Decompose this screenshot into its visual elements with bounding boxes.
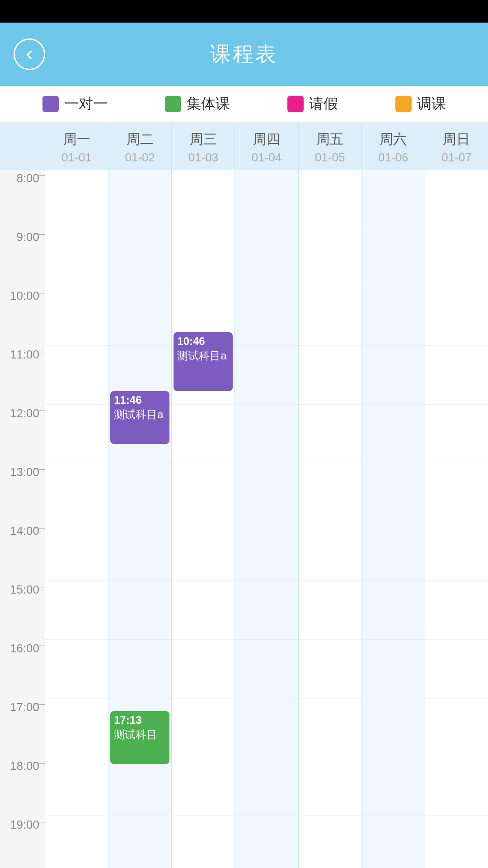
event-name-evt2: 测试科目a [114,407,166,422]
legend-label-reschedule: 调课 [417,94,446,114]
time-label-0: 8:00 [16,172,39,184]
hour-line-6-6 [425,522,488,581]
time-slot-5: 13:00 [0,463,45,522]
hour-line-5-11 [362,816,425,868]
hour-line-6-2 [425,287,488,346]
hour-line-1-1 [108,228,171,287]
day-header-3: 周四 01-04 [235,122,298,169]
time-column: 8:009:0010:0011:0012:0013:0014:0015:0016… [0,170,45,868]
hour-line-3-10 [235,757,298,816]
legend-item-leave: 请假 [287,94,338,114]
day-name-2: 周三 [172,130,235,149]
day-date-3: 01-04 [235,151,298,165]
hour-line-2-1 [172,228,235,287]
hour-line-6-4 [425,405,488,463]
time-slot-4: 12:00 [0,405,45,463]
day-date-6: 01-07 [425,151,488,165]
hour-line-3-3 [235,346,298,405]
time-slot-0: 8:00 [0,170,45,228]
time-slot-3: 11:00 [0,346,45,405]
legend-item-group: 集体课 [165,94,230,114]
day-name-5: 周六 [362,130,425,149]
hour-line-6-3 [425,346,488,405]
hour-line-1-11 [108,816,171,868]
hour-line-0-1 [45,228,108,287]
day-date-1: 01-02 [108,151,171,165]
hour-line-1-10 [108,757,171,816]
legend-dot-leave [287,96,304,112]
hour-line-6-0 [425,170,488,228]
back-button[interactable] [14,38,45,70]
hour-line-2-5 [172,463,235,522]
time-label-7: 15:00 [10,584,39,595]
day-date-2: 01-03 [172,151,235,165]
hour-line-1-6 [108,522,171,581]
hour-line-0-6 [45,522,108,581]
hour-line-2-4 [172,405,235,463]
hour-line-4-4 [299,405,361,463]
hour-line-3-7 [235,581,298,640]
time-label-4: 12:00 [10,407,39,419]
hour-line-4-9 [299,698,361,757]
hour-line-0-11 [45,816,108,868]
hour-line-3-9 [235,698,298,757]
days-grid: 11:46 测试科目a 17:13 测试科目 10:46 测试科目a [45,170,488,868]
day-col-3 [235,170,298,868]
day-name-4: 周五 [299,130,361,149]
legend-dot-group [165,96,181,112]
day-col-2: 10:46 测试科目a [172,170,235,868]
day-col-1: 11:46 测试科目a 17:13 测试科目 [108,170,172,868]
hour-line-3-2 [235,287,298,346]
hour-line-5-8 [362,640,425,698]
hour-line-4-8 [299,640,361,698]
time-col-header [0,122,45,169]
time-label-9: 17:00 [10,701,39,713]
day-date-5: 01-06 [362,151,425,165]
event-block-evt3[interactable]: 17:13 测试科目 [110,711,169,764]
day-date-0: 01-01 [45,151,108,165]
legend: 一对一 集体课 请假 调课 [0,86,488,122]
day-name-1: 周二 [108,130,171,149]
hour-line-4-7 [299,581,361,640]
hour-line-2-7 [172,581,235,640]
hour-line-4-10 [299,757,361,816]
legend-label-group: 集体课 [187,94,230,114]
day-col-6 [425,170,488,868]
hour-line-3-6 [235,522,298,581]
legend-item-reschedule: 调课 [395,94,446,114]
hour-line-0-2 [45,287,108,346]
day-name-6: 周日 [425,130,488,149]
hour-line-3-0 [235,170,298,228]
hour-line-0-7 [45,581,108,640]
hour-line-1-7 [108,581,171,640]
hour-line-0-8 [45,640,108,698]
hour-line-2-6 [172,522,235,581]
hour-line-5-4 [362,405,425,463]
day-name-0: 周一 [45,130,108,149]
hour-line-2-8 [172,640,235,698]
day-col-4 [299,170,362,868]
hour-line-1-0 [108,170,171,228]
time-label-10: 18:00 [10,760,39,772]
hour-line-0-10 [45,757,108,816]
event-block-evt2[interactable]: 11:46 测试科目a [110,391,169,444]
event-block-evt1[interactable]: 10:46 测试科目a [174,332,233,391]
event-time-evt2: 11:46 [114,394,166,406]
time-slot-2: 10:00 [0,287,45,346]
hour-line-3-8 [235,640,298,698]
hour-line-6-9 [425,698,488,757]
time-slot-9: 17:00 [0,698,45,757]
hour-line-4-2 [299,287,361,346]
hour-line-6-7 [425,581,488,640]
legend-label-one-on-one: 一对一 [64,94,108,114]
hour-line-5-2 [362,287,425,346]
calendar-body: 8:009:0010:0011:0012:0013:0014:0015:0016… [0,170,488,868]
hour-line-5-7 [362,581,425,640]
day-header-1: 周二 01-02 [108,122,172,169]
hour-line-6-10 [425,757,488,816]
hour-line-2-10 [172,757,235,816]
hour-line-4-0 [299,170,361,228]
hour-line-0-3 [45,346,108,405]
hour-line-6-11 [425,816,488,868]
header: 课程表 [0,23,488,86]
